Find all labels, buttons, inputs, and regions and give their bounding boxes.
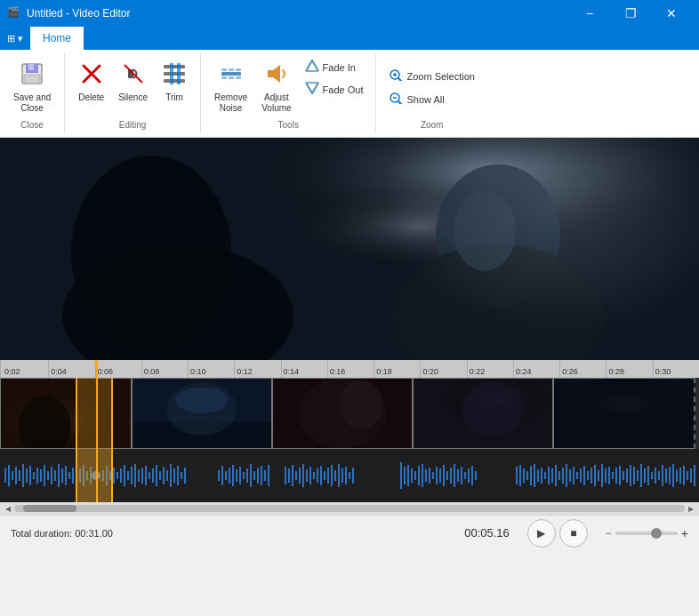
close-group-label: Close xyxy=(7,120,57,130)
svg-rect-161 xyxy=(516,467,518,484)
svg-rect-194 xyxy=(633,467,635,484)
delete-button[interactable]: Delete xyxy=(72,57,110,108)
svg-rect-71 xyxy=(65,466,67,485)
svg-rect-168 xyxy=(541,468,542,484)
window-controls: − ❐ ✕ xyxy=(569,0,692,27)
svg-rect-126 xyxy=(309,467,311,484)
restore-button[interactable]: ❐ xyxy=(610,0,651,27)
show-all-button[interactable]: Show All xyxy=(383,89,479,109)
svg-rect-135 xyxy=(341,468,343,483)
tick-0-24: 0:24 xyxy=(513,360,559,378)
trim-button[interactable]: Trim xyxy=(156,57,193,108)
svg-rect-116 xyxy=(261,466,262,485)
svg-rect-91 xyxy=(141,468,143,484)
zoom-selection-button[interactable]: Zoom Selection xyxy=(383,66,479,86)
svg-rect-54 xyxy=(4,468,6,483)
zoom-group-label: Zoom xyxy=(383,120,479,130)
selection-overlay xyxy=(76,378,113,449)
svg-rect-10 xyxy=(164,79,185,83)
svg-rect-195 xyxy=(637,470,639,481)
volume-plus-icon[interactable]: + xyxy=(681,526,688,540)
svg-rect-87 xyxy=(127,471,129,480)
svg-rect-101 xyxy=(177,466,179,485)
video-preview xyxy=(0,138,699,360)
svg-rect-208 xyxy=(683,466,685,485)
video-clip-4[interactable] xyxy=(413,378,553,449)
svg-rect-9 xyxy=(164,72,185,76)
svg-rect-167 xyxy=(537,469,539,482)
svg-point-44 xyxy=(175,387,228,413)
svg-rect-98 xyxy=(166,470,168,481)
svg-rect-89 xyxy=(134,464,136,487)
zoom-group-items: Zoom Selection Show All xyxy=(383,57,479,118)
close-button[interactable]: ✕ xyxy=(651,0,692,27)
svg-rect-197 xyxy=(644,468,646,483)
svg-rect-69 xyxy=(58,464,60,487)
remove-noise-button[interactable]: RemoveNoise xyxy=(208,57,253,118)
svg-rect-141 xyxy=(407,465,409,486)
transport-controls: ▶ ■ xyxy=(527,519,588,548)
svg-rect-176 xyxy=(569,469,571,482)
svg-rect-139 xyxy=(400,462,402,489)
svg-rect-70 xyxy=(61,468,63,483)
svg-rect-128 xyxy=(317,468,318,483)
scrollbar-thumb[interactable] xyxy=(23,505,76,512)
video-clip-2[interactable] xyxy=(132,378,272,449)
tab-home[interactable]: Home xyxy=(30,27,84,50)
playhead-audio xyxy=(96,449,98,502)
scroll-left-arrow[interactable]: ◀ xyxy=(2,502,14,515)
timeline-ruler[interactable]: 0:02 0:04 0:06 0:08 0:10 0:12 0:14 0:16 … xyxy=(0,360,699,378)
svg-rect-8 xyxy=(164,65,185,68)
svg-rect-84 xyxy=(116,472,118,479)
svg-rect-105 xyxy=(221,466,223,485)
svg-rect-18 xyxy=(229,76,234,79)
play-button[interactable]: ▶ xyxy=(527,519,556,548)
fade-out-button[interactable]: Fade Out xyxy=(300,79,369,100)
silence-button[interactable]: Silence xyxy=(112,57,154,108)
svg-rect-152 xyxy=(446,471,448,480)
horizontal-scrollbar[interactable]: ◀ ▶ xyxy=(0,502,699,515)
stop-button[interactable]: ■ xyxy=(559,519,588,548)
svg-rect-190 xyxy=(619,466,621,485)
svg-rect-95 xyxy=(156,465,157,486)
svg-rect-185 xyxy=(601,464,603,487)
save-and-close-button[interactable]: Save andClose xyxy=(7,57,57,118)
svg-rect-65 xyxy=(44,465,45,486)
fade-in-button[interactable]: Fade In xyxy=(300,57,369,77)
clip5-preview xyxy=(554,378,694,449)
svg-rect-182 xyxy=(591,468,592,484)
tick-0-20: 0:20 xyxy=(420,360,466,378)
video-clip-5[interactable] xyxy=(553,378,695,449)
scroll-right-arrow[interactable]: ▶ xyxy=(685,502,697,515)
trim-icon xyxy=(162,61,187,90)
svg-rect-140 xyxy=(404,467,406,484)
svg-rect-159 xyxy=(471,466,473,485)
svg-rect-99 xyxy=(170,464,172,487)
svg-rect-134 xyxy=(338,464,340,487)
silence-label: Silence xyxy=(118,92,148,103)
volume-slider[interactable] xyxy=(615,532,678,535)
video-clip-3[interactable] xyxy=(272,378,413,449)
svg-rect-191 xyxy=(623,471,624,480)
svg-rect-201 xyxy=(658,471,660,480)
clip3-preview xyxy=(273,378,412,449)
svg-rect-85 xyxy=(120,468,122,483)
tick-0-16: 0:16 xyxy=(327,360,374,378)
svg-rect-13 xyxy=(221,72,241,76)
adjust-volume-button[interactable]: AdjustVolume xyxy=(255,57,297,118)
svg-rect-145 xyxy=(422,464,423,487)
tick-0-10: 0:10 xyxy=(188,360,234,378)
minimize-button[interactable]: − xyxy=(569,0,610,27)
scrollbar-track[interactable] xyxy=(14,505,685,512)
fade-in-label: Fade In xyxy=(323,62,356,73)
svg-rect-189 xyxy=(615,468,617,484)
volume-thumb[interactable] xyxy=(651,528,662,539)
svg-rect-124 xyxy=(302,464,304,487)
svg-rect-164 xyxy=(526,471,528,480)
svg-rect-193 xyxy=(630,465,631,486)
volume-minus-icon[interactable]: − xyxy=(606,527,612,540)
ribbon-menu-button[interactable]: ⊞ ▾ xyxy=(0,27,30,50)
svg-rect-111 xyxy=(243,472,245,479)
svg-rect-3 xyxy=(24,75,40,84)
svg-rect-147 xyxy=(429,468,430,484)
